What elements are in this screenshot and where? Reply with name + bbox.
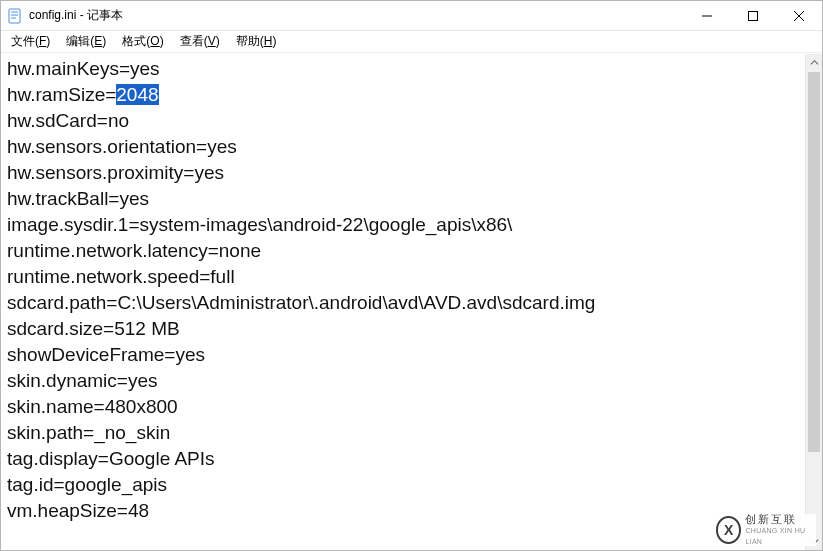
text-line: hw.trackBall=yes: [7, 186, 801, 212]
svg-rect-0: [9, 9, 20, 23]
minimize-button[interactable]: [684, 1, 730, 30]
menu-view[interactable]: 查看(V): [172, 31, 228, 52]
svg-rect-5: [749, 11, 758, 20]
scroll-thumb[interactable]: [808, 72, 820, 452]
notepad-icon: [7, 8, 23, 24]
text-line: runtime.network.latency=none: [7, 238, 801, 264]
text-line: hw.mainKeys=yes: [7, 56, 801, 82]
scroll-up-icon[interactable]: [806, 54, 822, 71]
menu-edit[interactable]: 编辑(E): [58, 31, 114, 52]
close-button[interactable]: [776, 1, 822, 30]
scroll-down-icon[interactable]: [806, 533, 822, 550]
vertical-scrollbar[interactable]: [805, 54, 822, 550]
menu-format[interactable]: 格式(O): [114, 31, 171, 52]
editor-wrap: hw.mainKeys=yeshw.ramSize=2048hw.sdCard=…: [1, 54, 822, 550]
window-controls: [684, 1, 822, 30]
text-line: hw.sensors.orientation=yes: [7, 134, 801, 160]
text-line: skin.dynamic=yes: [7, 368, 801, 394]
menu-file[interactable]: 文件(F): [3, 31, 58, 52]
text-line: skin.name=480x800: [7, 394, 801, 420]
maximize-button[interactable]: [730, 1, 776, 30]
text-line: hw.ramSize=2048: [7, 82, 801, 108]
text-line: tag.id=google_apis: [7, 472, 801, 498]
text-line: hw.sdCard=no: [7, 108, 801, 134]
selected-text: 2048: [116, 84, 158, 105]
text-line: tag.display=Google APIs: [7, 446, 801, 472]
text-line: sdcard.size=512 MB: [7, 316, 801, 342]
text-line: runtime.network.speed=full: [7, 264, 801, 290]
titlebar: config.ini - 记事本: [1, 1, 822, 31]
menubar: 文件(F) 编辑(E) 格式(O) 查看(V) 帮助(H): [1, 31, 822, 53]
text-line: image.sysdir.1=system-images\android-22\…: [7, 212, 801, 238]
text-line: showDeviceFrame=yes: [7, 342, 801, 368]
text-line: skin.path=_no_skin: [7, 420, 801, 446]
text-line: sdcard.path=C:\Users\Administrator\.andr…: [7, 290, 801, 316]
text-line: vm.heapSize=48: [7, 498, 801, 524]
text-line: hw.sensors.proximity=yes: [7, 160, 801, 186]
menu-help[interactable]: 帮助(H): [228, 31, 285, 52]
text-editor[interactable]: hw.mainKeys=yeshw.ramSize=2048hw.sdCard=…: [1, 54, 805, 550]
window-title: config.ini - 记事本: [29, 7, 123, 24]
